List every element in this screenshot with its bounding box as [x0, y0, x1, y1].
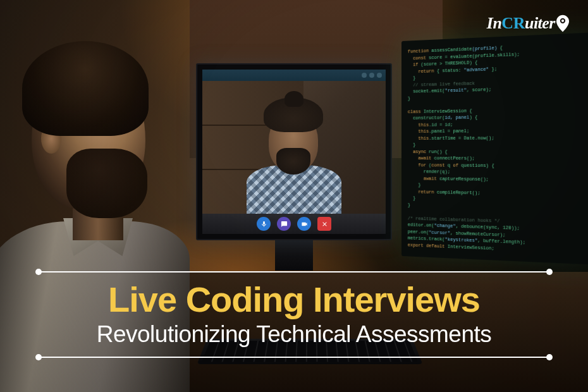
brand-logo: InCRuiter	[487, 14, 569, 33]
divider-top	[38, 271, 550, 273]
promo-scene: InCRuiter	[0, 0, 588, 392]
microphone-button[interactable]	[257, 217, 271, 231]
window-titlebar	[202, 70, 386, 81]
svg-point-1	[561, 20, 564, 22]
call-toolbar	[202, 214, 386, 234]
headline-main: Live Coding Interviews	[38, 281, 550, 319]
right-monitor-code: function assessCandidate(profile) { cons…	[401, 32, 588, 265]
camera-button[interactable]	[297, 217, 311, 231]
headline-sub: Revolutionizing Technical Assessments	[38, 321, 550, 348]
brand-wordmark: InCRuiter	[487, 14, 555, 33]
window-control-icon	[362, 73, 367, 78]
video-call-window	[202, 70, 386, 234]
chat-button[interactable]	[277, 217, 291, 231]
window-control-icon	[369, 73, 374, 78]
left-monitor	[196, 63, 392, 240]
headline-block: Live Coding Interviews Revolutionizing T…	[38, 262, 550, 367]
remote-participant	[250, 105, 338, 214]
video-feed	[202, 81, 386, 214]
divider-bottom	[38, 357, 550, 358]
window-control-icon	[377, 73, 382, 78]
end-call-button[interactable]	[317, 217, 331, 231]
code-editor: function assessCandidate(profile) { cons…	[401, 32, 588, 265]
map-pin-icon	[556, 15, 569, 32]
